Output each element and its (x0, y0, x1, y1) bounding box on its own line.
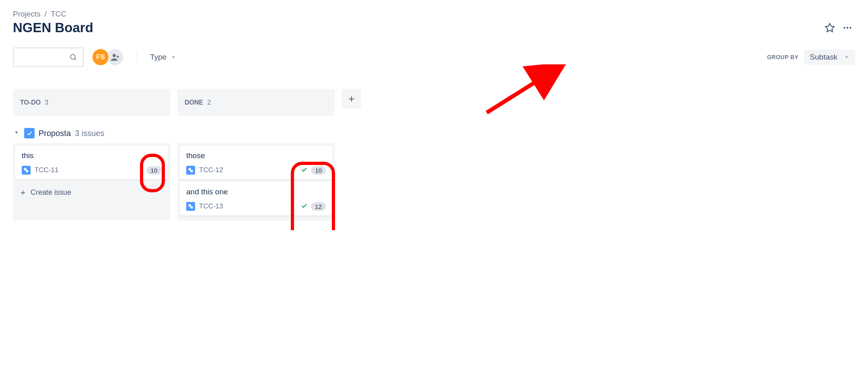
type-filter[interactable]: Type (150, 53, 176, 62)
breadcrumb-separator: / (45, 10, 47, 19)
estimate-badge: 10 (146, 166, 161, 175)
issue-key: TCC-11 (35, 166, 59, 174)
column-header-done[interactable]: DONE 2 (177, 89, 335, 116)
star-icon[interactable] (825, 23, 835, 33)
chevron-down-icon (844, 54, 849, 60)
separator (137, 51, 137, 63)
check-icon (300, 166, 308, 175)
svg-point-5 (113, 54, 116, 57)
svg-line-4 (75, 59, 76, 60)
svg-point-0 (843, 27, 845, 29)
swimlane-header[interactable]: Proposta 3 issues (13, 128, 855, 138)
card-title: and this one (186, 187, 326, 196)
column-header-todo[interactable]: TO-DO 3 (13, 89, 170, 116)
swimlane-title[interactable]: Proposta (39, 129, 71, 138)
groupby-label: GROUP BY (767, 54, 798, 60)
svg-rect-9 (26, 170, 28, 172)
groupby-select[interactable]: Subtask (804, 49, 855, 65)
chevron-down-icon (171, 54, 176, 60)
issue-card[interactable]: and this one TCC-13 12 (180, 182, 332, 216)
card-title: this (22, 151, 161, 160)
card-title: those (186, 151, 326, 160)
issue-key: TCC-13 (199, 202, 223, 210)
issue-card[interactable]: this TCC-11 10 (15, 146, 168, 179)
estimate-badge: 12 (311, 202, 326, 211)
svg-rect-15 (190, 206, 193, 208)
subtask-icon (186, 202, 195, 211)
svg-point-2 (849, 27, 851, 29)
issue-card[interactable]: those TCC-12 10 (180, 146, 332, 179)
column-name: TO-DO (20, 99, 41, 106)
person-plus-icon (110, 52, 120, 62)
lane-column-todo: this TCC-11 10 Create issue (13, 143, 170, 220)
search-input[interactable] (13, 47, 84, 67)
issue-key: TCC-12 (199, 166, 223, 174)
more-icon[interactable] (842, 23, 853, 33)
avatar-user[interactable]: FS (92, 48, 109, 66)
search-icon (69, 53, 77, 61)
lane-column-done: those TCC-12 10 and this one (177, 143, 335, 220)
breadcrumb-project-link[interactable]: TCC (51, 10, 66, 19)
column-count: 2 (207, 99, 211, 106)
breadcrumb: Projects / TCC (13, 10, 855, 19)
type-filter-label: Type (150, 53, 167, 62)
task-icon (24, 128, 35, 138)
swimlane-issue-count: 3 issues (75, 129, 104, 138)
subtask-icon (22, 166, 31, 175)
board-title: NGEN Board (13, 20, 93, 35)
groupby-value: Subtask (810, 53, 837, 62)
svg-point-3 (70, 54, 75, 59)
column-count: 3 (45, 99, 48, 106)
breadcrumb-projects-link[interactable]: Projects (13, 10, 41, 19)
svg-point-1 (847, 27, 848, 29)
estimate-badge: 10 (311, 166, 326, 175)
add-column-button[interactable] (342, 89, 361, 109)
check-icon (300, 202, 308, 211)
create-issue-button[interactable]: Create issue (15, 182, 168, 200)
create-issue-label: Create issue (31, 188, 71, 197)
column-name: DONE (185, 99, 203, 106)
subtask-icon (186, 166, 195, 175)
plus-icon (19, 189, 27, 196)
svg-rect-13 (190, 170, 193, 172)
chevron-down-icon[interactable] (13, 129, 20, 138)
plus-icon (347, 95, 356, 103)
